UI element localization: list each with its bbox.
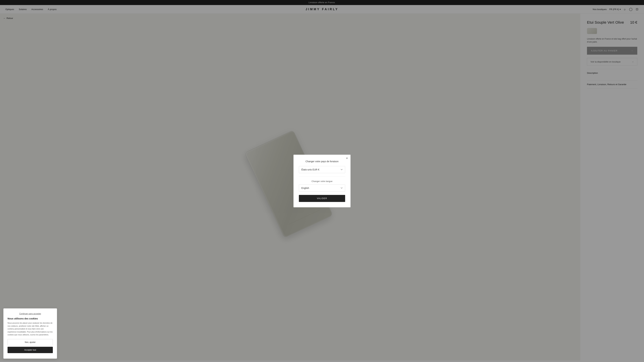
country-language-modal: × Changer votre pays de livraison États-… [294,155,350,207]
cookie-continue-button[interactable]: Continuer sans accepter [8,313,53,315]
country-select[interactable]: États-unis EUR €FranceBelgiqueSuisseCana… [299,166,345,173]
cookie-title: Nous utilisons des cookies [8,317,53,320]
modal-close-button[interactable]: × [346,157,348,160]
cookie-accept-button[interactable]: Accepter tout [8,347,53,353]
cookie-banner: Continuer sans accepter Nous utilisons d… [3,308,57,359]
close-icon: × [346,157,348,160]
cookie-reject-button[interactable]: Non, ajuster [8,339,53,346]
validate-button[interactable]: VALIDER [299,195,345,202]
modal-overlay[interactable]: × Changer votre pays de livraison États-… [0,0,644,362]
modal-divider [299,176,345,177]
cookie-text: Nous pouvons les placer pour analyser le… [8,322,53,336]
language-select[interactable]: EnglishFrançaisDeutschEspañol [299,185,345,192]
language-section-title: Changer votre langue [299,180,345,183]
modal-title: Changer votre pays de livraison [299,160,345,163]
